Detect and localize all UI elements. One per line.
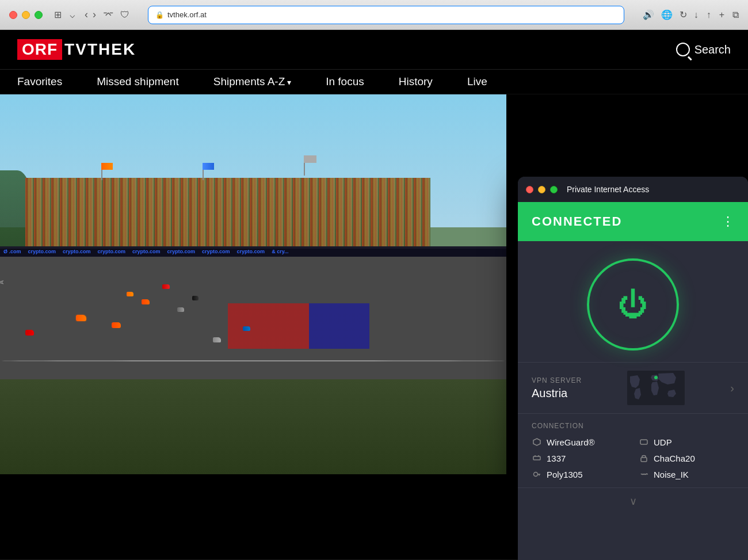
lock-icon: 🔒 — [155, 11, 164, 19]
toolbar-icons: ⊞ ⌵ — [54, 9, 75, 20]
svg-rect-7 — [641, 458, 647, 462]
server-label: VPN SERVER — [532, 376, 582, 384]
sponsor-text: Ø .com — [0, 249, 25, 254]
chevron-down-icon: ∨ — [629, 495, 637, 508]
url-text: tvthek.orf.at — [167, 10, 207, 19]
sponsor-text-7: crypto.com — [199, 249, 234, 254]
pia-close-button[interactable] — [526, 186, 533, 193]
nav-live[interactable]: Live — [467, 75, 487, 88]
pia-connected-status: CONNECTED — [532, 214, 622, 229]
flag-3 — [304, 155, 316, 163]
lock-small-icon — [639, 453, 649, 463]
chevron-down-icon[interactable]: ⌵ — [70, 9, 75, 20]
sponsor-text-5: crypto.com — [129, 249, 164, 254]
noise-value: Noise_IK — [654, 470, 689, 479]
car-silver — [213, 337, 221, 342]
website-content: ORF TVTHEK Search Favorites Missed shipm… — [0, 30, 748, 559]
tab-overview-icon[interactable]: ⧉ — [732, 10, 739, 20]
car-5 — [192, 296, 199, 300]
nav-in-focus[interactable]: In focus — [326, 75, 364, 88]
wireguard-item: WireGuard® — [532, 437, 627, 447]
search-label: Search — [694, 43, 731, 56]
handoff-icon: ⌤ — [103, 9, 113, 20]
nav-shipments-az[interactable]: Shipments A-Z — [213, 75, 292, 88]
world-map-svg — [627, 371, 685, 405]
track-kerbs — [228, 303, 430, 349]
close-button[interactable] — [9, 11, 17, 19]
crowd — [25, 178, 430, 246]
sidebar-toggle-icon[interactable]: ⊞ — [54, 9, 62, 20]
speaker-icon[interactable]: 🔊 — [643, 9, 654, 20]
right-toolbar: ↓ ↑ + ⧉ — [694, 10, 739, 20]
download-icon[interactable]: ↓ — [694, 10, 699, 20]
pia-power-area: ⏻ — [518, 241, 748, 362]
pia-connected-bar: CONNECTED ⋮ — [518, 202, 748, 241]
chacha-value: ChaCha20 — [654, 454, 695, 463]
nav-missed-shipment[interactable]: Missed shipment — [97, 75, 179, 88]
track-line-2 — [0, 360, 506, 361]
pia-title: Private Internet Access — [567, 185, 649, 194]
port-value: 1337 — [547, 454, 566, 463]
orf-logo-tvthek: TVTHEK — [64, 40, 136, 59]
translate-icon[interactable]: 🌐 — [661, 9, 673, 20]
new-tab-icon[interactable]: + — [719, 10, 724, 20]
power-icon: ⏻ — [618, 289, 648, 319]
port-item: 1337 — [532, 453, 627, 463]
sponsor-banners: Ø .com crypto.com crypto.com crypto.com … — [0, 246, 506, 257]
pia-minimize-button[interactable] — [538, 186, 545, 193]
key-icon — [532, 469, 542, 479]
udp-icon — [639, 437, 649, 447]
car-4 — [177, 307, 184, 312]
address-bar[interactable]: 🔒 tvthek.orf.at — [148, 6, 624, 24]
pia-fullscreen-button[interactable] — [550, 186, 558, 193]
udp-value: UDP — [654, 437, 672, 447]
car-red — [25, 330, 34, 336]
server-info: VPN SERVER Austria — [532, 376, 582, 400]
back-button[interactable]: ‹ — [85, 9, 88, 21]
wireguard-value: WireGuard® — [547, 437, 595, 447]
svg-rect-4 — [533, 456, 540, 460]
sponsor-text-4: crypto.com — [94, 249, 129, 254]
orf-header: ORF TVTHEK Search — [0, 30, 748, 70]
chacha-item: ChaCha20 — [639, 453, 734, 463]
forward-button[interactable]: › — [93, 9, 96, 21]
orf-navigation: Favorites Missed shipment Shipments A-Z … — [0, 70, 748, 94]
sponsor-text-8: crypto.com — [234, 249, 269, 254]
server-row[interactable]: VPN SERVER Austria — [532, 371, 734, 405]
pia-expand-button[interactable]: ∨ — [518, 487, 748, 515]
sponsor-text-9: & cry... — [268, 249, 292, 254]
nav-favorites[interactable]: Favorites — [17, 75, 62, 88]
shield-icon: 🛡 — [120, 10, 129, 20]
svg-point-8 — [534, 473, 538, 477]
video-player[interactable]: Ø .com crypto.com crypto.com crypto.com … — [0, 94, 506, 474]
share-icon[interactable]: ↑ — [707, 10, 711, 20]
car-blue — [243, 326, 250, 331]
udp-item: UDP — [639, 437, 734, 447]
fullscreen-button[interactable] — [35, 11, 43, 19]
navigation-buttons: ‹ › — [85, 9, 96, 21]
grass-bottom — [0, 379, 506, 474]
connection-label: CONNECTION — [532, 422, 734, 430]
car-3 — [162, 284, 170, 289]
port-icon — [532, 453, 542, 463]
search-button[interactable]: Search — [676, 43, 731, 56]
sponsor-text-2: crypto.com — [25, 249, 60, 254]
svg-point-1 — [654, 376, 658, 379]
flag-2 — [203, 163, 214, 170]
server-chevron-right: › — [730, 382, 734, 395]
orf-logo[interactable]: ORF TVTHEK — [17, 39, 136, 60]
macos-titlebar: ⊞ ⌵ ‹ › ⌤ 🛡 🔒 tvthek.orf.at 🔊 🌐 ↻ ↓ ↑ + … — [0, 0, 748, 30]
flag-1 — [101, 163, 113, 170]
traffic-lights — [9, 11, 43, 19]
search-icon — [676, 43, 690, 56]
pia-power-button[interactable]: ⏻ — [587, 258, 679, 351]
server-name: Austria — [532, 387, 582, 400]
pia-menu-button[interactable]: ⋮ — [722, 214, 734, 229]
minimize-button[interactable] — [22, 11, 30, 19]
connection-grid: WireGuard® UDP 1337 — [532, 437, 734, 479]
wireguard-icon — [532, 437, 542, 447]
reload-icon[interactable]: ↻ — [680, 9, 687, 20]
svg-marker-2 — [533, 439, 540, 445]
orf-logo-orf: ORF — [17, 39, 62, 60]
nav-history[interactable]: History — [399, 75, 433, 88]
